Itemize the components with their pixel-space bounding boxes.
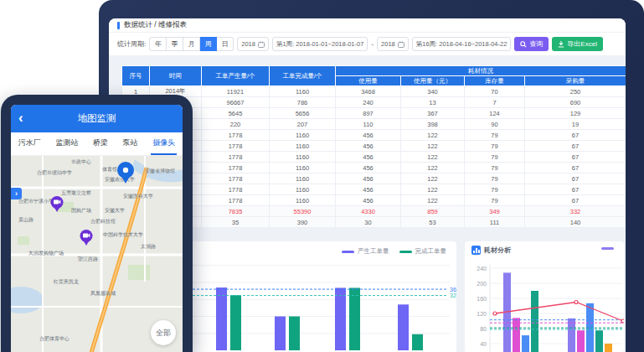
- average-value: 35: [202, 217, 270, 228]
- table-cell: 456: [336, 141, 401, 152]
- bar-series-3: [522, 335, 529, 352]
- table-cell: 786: [270, 97, 336, 108]
- table-cell: 1160: [270, 173, 336, 184]
- average-value: 390: [270, 217, 336, 228]
- col-header-time: 时间: [150, 66, 202, 86]
- table-cell: 67: [525, 173, 626, 184]
- period-option[interactable]: 周: [200, 37, 217, 51]
- phone-tab[interactable]: 泵站: [121, 132, 140, 155]
- table-cell: 1778: [202, 195, 270, 206]
- table-cell: 1160: [270, 195, 336, 206]
- back-chevron-icon[interactable]: ‹: [18, 110, 23, 127]
- y-axis-tick: 240: [477, 266, 487, 272]
- trend-point: [574, 301, 578, 304]
- bar-产生工单量: [216, 287, 227, 350]
- table-cell: 1778: [202, 184, 270, 195]
- period-option[interactable]: 年: [149, 37, 167, 51]
- map-place-label: 大润发购物广场: [28, 250, 64, 257]
- table-cell: 456: [336, 152, 401, 163]
- legend-item[interactable]: 产生工单量: [342, 247, 389, 256]
- map-place-label: 望江西路: [78, 256, 98, 263]
- table-cell: 456: [336, 130, 401, 141]
- legend-swatch: [601, 247, 614, 250]
- table-cell: 1778: [202, 141, 270, 152]
- table-row: 22015年96667786240137690: [122, 97, 626, 108]
- table-cell: 1778: [202, 130, 270, 141]
- map-place-label: 黄山路: [18, 216, 33, 224]
- bar-完成工单量: [289, 317, 300, 351]
- start-week-range-value: 第1周: 2018-01-01~2018-01-07: [276, 40, 363, 49]
- ref-line-label: 323: [450, 292, 456, 298]
- table-cell: 96667: [202, 97, 270, 108]
- table-cell: 1778: [202, 173, 270, 184]
- table-row: 102023年177811604561227967: [122, 184, 626, 195]
- range-separator: -: [371, 40, 374, 48]
- total-value: 7835: [202, 206, 270, 217]
- phone-tab[interactable]: 摄像头: [151, 132, 177, 155]
- bar-series-1: [568, 318, 575, 352]
- map-all-button[interactable]: 全部: [151, 320, 176, 345]
- calendar-icon: [258, 41, 265, 48]
- legend-swatch: [342, 251, 354, 253]
- bar-产生工单量: [398, 304, 409, 350]
- col-header-index: 序号: [122, 66, 150, 86]
- bar-series-5: [605, 344, 612, 352]
- screenshot-stage: 数据统计 / 维修报表 统计周期: 年季月周日 2018 第1周: 2018-0…: [0, 0, 644, 352]
- phone-tab-bar: 污水厂监测站桥梁泵站摄像头: [11, 132, 183, 156]
- location-marker-icon[interactable]: [116, 161, 136, 188]
- map-place-label: 安徽省博物馆: [145, 168, 175, 175]
- period-option[interactable]: 月: [183, 37, 200, 51]
- query-button[interactable]: 查询: [514, 37, 549, 51]
- camera-marker-icon[interactable]: [50, 195, 64, 216]
- period-option[interactable]: 日: [217, 37, 234, 51]
- map-view[interactable]: › 全部 合肥市琥珀中学市政中心体育馆安徽农业大学安徽省博物馆五里墩立交桥合肥市…: [11, 156, 183, 352]
- bar-完成工单量: [230, 295, 241, 350]
- total-value: 349: [465, 206, 525, 217]
- table-cell: 1778: [202, 163, 270, 173]
- start-year-select[interactable]: 2018: [237, 37, 269, 51]
- start-week-range-input[interactable]: 第1周: 2018-01-01~2018-01-07: [272, 37, 368, 51]
- table-row: 62019年177811604561227967: [122, 141, 626, 152]
- period-option[interactable]: 季: [167, 37, 183, 51]
- table-cell: 7: [465, 97, 525, 108]
- table-cell: 122: [401, 184, 465, 195]
- map-place-label: 安徽医科大学: [123, 193, 153, 200]
- table-cell: 124: [465, 108, 525, 119]
- end-year-select[interactable]: 2018: [377, 37, 409, 51]
- table-cell: 67: [525, 184, 626, 195]
- table-cell: 67: [525, 152, 626, 163]
- filter-bar: 统计周期: 年季月周日 2018 第1周: 2018-01-01~2018-01…: [109, 33, 626, 55]
- phone-tab[interactable]: 污水厂: [17, 132, 43, 155]
- export-excel-button[interactable]: 导出Excel: [552, 37, 603, 51]
- end-year-value: 2018: [381, 40, 395, 48]
- trend-point: [621, 319, 624, 323]
- table-row: 82021年177811604561227967: [122, 163, 626, 173]
- table-cell: 456: [336, 173, 401, 184]
- end-week-range-input[interactable]: 第16周: 2018-04-16~2018-04-22: [412, 37, 512, 51]
- camera-marker-icon[interactable]: [80, 229, 94, 250]
- phone-page-title: 地图监测: [78, 112, 116, 125]
- legend-label: 完成工单量: [415, 247, 447, 256]
- consumables-chart-legend: [601, 247, 614, 250]
- table-cell: 19: [525, 119, 626, 130]
- table-total-row: 合计7835553904330859349332: [122, 206, 626, 217]
- legend-item[interactable]: 完成工单量: [399, 247, 447, 256]
- total-value: 4330: [336, 206, 401, 217]
- consumables-chart-card: 耗材分析 2402001601208040: [465, 241, 624, 352]
- map-place-label: 五里墩立交桥: [61, 189, 91, 197]
- table-cell: 70: [465, 86, 525, 97]
- phone-tab[interactable]: 监测站: [54, 132, 80, 155]
- table-cell: 122: [401, 173, 465, 184]
- map-place-label: 合肥市宁溪小学: [18, 198, 54, 205]
- col-subheader-usage: 使用量: [336, 76, 401, 86]
- table-row: 42017年2202071103989019: [122, 119, 626, 130]
- map-place-label: 安徽大学: [105, 207, 125, 215]
- phone-mockup: ‹ 地图监测 污水厂监测站桥梁泵站摄像头: [1, 95, 193, 352]
- table-cell: 897: [336, 108, 401, 119]
- phone-tab[interactable]: 桥梁: [91, 132, 110, 155]
- map-place-label: 中国科学技术大学: [103, 231, 143, 239]
- table-cell: 367: [401, 108, 465, 119]
- table-cell: 456: [336, 163, 401, 173]
- table-cell: 240: [336, 97, 401, 108]
- table-cell: 1160: [270, 163, 336, 173]
